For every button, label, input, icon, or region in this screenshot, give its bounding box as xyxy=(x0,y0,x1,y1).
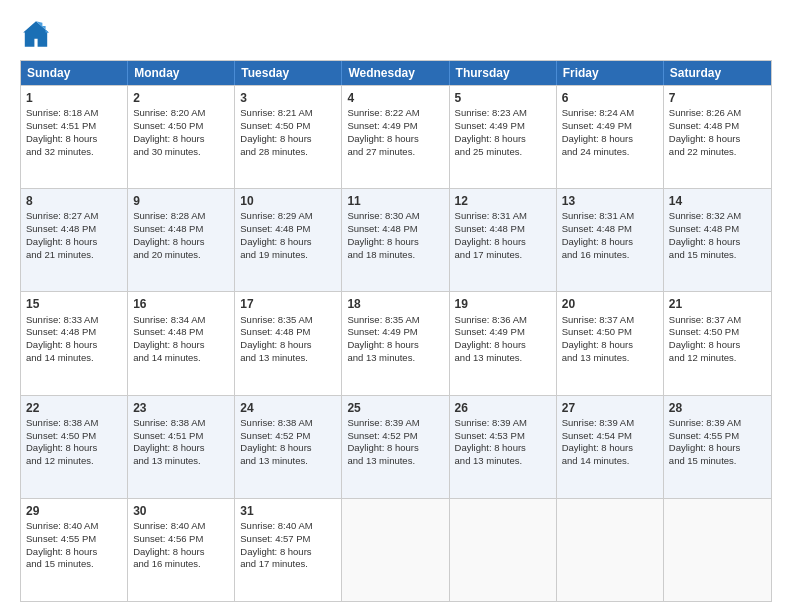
day-info-line: and 15 minutes. xyxy=(26,558,122,571)
day-cell-6: 6Sunrise: 8:24 AMSunset: 4:49 PMDaylight… xyxy=(557,86,664,188)
day-cell-30: 30Sunrise: 8:40 AMSunset: 4:56 PMDayligh… xyxy=(128,499,235,601)
day-info-line: Sunrise: 8:38 AM xyxy=(240,417,336,430)
day-info-line: Daylight: 8 hours xyxy=(562,339,658,352)
day-info-line: Sunset: 4:49 PM xyxy=(347,326,443,339)
day-info-line: Daylight: 8 hours xyxy=(347,236,443,249)
header-cell-sunday: Sunday xyxy=(21,61,128,85)
calendar-row: 22Sunrise: 8:38 AMSunset: 4:50 PMDayligh… xyxy=(21,395,771,498)
day-info-line: and 27 minutes. xyxy=(347,146,443,159)
day-info-line: Sunset: 4:50 PM xyxy=(133,120,229,133)
day-info-line: and 12 minutes. xyxy=(26,455,122,468)
day-info-line: Sunset: 4:49 PM xyxy=(455,326,551,339)
svg-marker-0 xyxy=(23,21,49,47)
day-info-line: Sunrise: 8:24 AM xyxy=(562,107,658,120)
day-number: 14 xyxy=(669,193,766,209)
day-info-line: Sunset: 4:55 PM xyxy=(669,430,766,443)
day-info-line: Sunrise: 8:39 AM xyxy=(669,417,766,430)
header-cell-tuesday: Tuesday xyxy=(235,61,342,85)
day-info-line: Daylight: 8 hours xyxy=(240,442,336,455)
day-info-line: and 16 minutes. xyxy=(562,249,658,262)
day-info-line: Sunset: 4:56 PM xyxy=(133,533,229,546)
day-info-line: Sunrise: 8:23 AM xyxy=(455,107,551,120)
day-info-line: and 19 minutes. xyxy=(240,249,336,262)
day-info-line: Sunrise: 8:38 AM xyxy=(26,417,122,430)
day-number: 30 xyxy=(133,503,229,519)
day-info-line: Sunrise: 8:22 AM xyxy=(347,107,443,120)
day-number: 21 xyxy=(669,296,766,312)
header-cell-wednesday: Wednesday xyxy=(342,61,449,85)
day-cell-24: 24Sunrise: 8:38 AMSunset: 4:52 PMDayligh… xyxy=(235,396,342,498)
day-cell-29: 29Sunrise: 8:40 AMSunset: 4:55 PMDayligh… xyxy=(21,499,128,601)
day-info-line: and 14 minutes. xyxy=(133,352,229,365)
day-info-line: and 13 minutes. xyxy=(240,455,336,468)
day-number: 17 xyxy=(240,296,336,312)
day-info-line: Sunrise: 8:34 AM xyxy=(133,314,229,327)
day-info-line: Sunrise: 8:36 AM xyxy=(455,314,551,327)
day-info-line: Sunrise: 8:39 AM xyxy=(347,417,443,430)
day-cell-18: 18Sunrise: 8:35 AMSunset: 4:49 PMDayligh… xyxy=(342,292,449,394)
day-info-line: Sunset: 4:48 PM xyxy=(562,223,658,236)
day-info-line: and 13 minutes. xyxy=(455,455,551,468)
day-info-line: and 21 minutes. xyxy=(26,249,122,262)
day-info-line: Sunset: 4:54 PM xyxy=(562,430,658,443)
header xyxy=(20,18,772,50)
day-cell-15: 15Sunrise: 8:33 AMSunset: 4:48 PMDayligh… xyxy=(21,292,128,394)
day-info-line: Sunset: 4:50 PM xyxy=(26,430,122,443)
calendar-header: SundayMondayTuesdayWednesdayThursdayFrid… xyxy=(21,61,771,85)
day-info-line: Daylight: 8 hours xyxy=(26,339,122,352)
day-cell-13: 13Sunrise: 8:31 AMSunset: 4:48 PMDayligh… xyxy=(557,189,664,291)
day-info-line: Sunset: 4:48 PM xyxy=(347,223,443,236)
day-info-line: Daylight: 8 hours xyxy=(562,133,658,146)
day-cell-25: 25Sunrise: 8:39 AMSunset: 4:52 PMDayligh… xyxy=(342,396,449,498)
calendar-body: 1Sunrise: 8:18 AMSunset: 4:51 PMDaylight… xyxy=(21,85,771,601)
day-cell-7: 7Sunrise: 8:26 AMSunset: 4:48 PMDaylight… xyxy=(664,86,771,188)
day-info-line: Daylight: 8 hours xyxy=(133,236,229,249)
header-cell-saturday: Saturday xyxy=(664,61,771,85)
day-cell-23: 23Sunrise: 8:38 AMSunset: 4:51 PMDayligh… xyxy=(128,396,235,498)
day-info-line: Daylight: 8 hours xyxy=(240,236,336,249)
day-info-line: Sunrise: 8:18 AM xyxy=(26,107,122,120)
day-info-line: Daylight: 8 hours xyxy=(240,133,336,146)
day-info-line: Sunrise: 8:31 AM xyxy=(562,210,658,223)
day-number: 13 xyxy=(562,193,658,209)
day-info-line: Sunrise: 8:20 AM xyxy=(133,107,229,120)
day-number: 8 xyxy=(26,193,122,209)
page: SundayMondayTuesdayWednesdayThursdayFrid… xyxy=(0,0,792,612)
logo xyxy=(20,18,56,50)
day-number: 26 xyxy=(455,400,551,416)
day-info-line: Sunrise: 8:21 AM xyxy=(240,107,336,120)
day-info-line: and 30 minutes. xyxy=(133,146,229,159)
day-number: 20 xyxy=(562,296,658,312)
day-number: 28 xyxy=(669,400,766,416)
day-info-line: Sunset: 4:48 PM xyxy=(26,326,122,339)
day-cell-19: 19Sunrise: 8:36 AMSunset: 4:49 PMDayligh… xyxy=(450,292,557,394)
day-cell-16: 16Sunrise: 8:34 AMSunset: 4:48 PMDayligh… xyxy=(128,292,235,394)
day-info-line: Sunrise: 8:33 AM xyxy=(26,314,122,327)
day-info-line: and 14 minutes. xyxy=(26,352,122,365)
day-info-line: Sunset: 4:53 PM xyxy=(455,430,551,443)
day-number: 2 xyxy=(133,90,229,106)
day-info-line: Sunrise: 8:38 AM xyxy=(133,417,229,430)
day-number: 16 xyxy=(133,296,229,312)
day-number: 27 xyxy=(562,400,658,416)
day-info-line: Daylight: 8 hours xyxy=(669,442,766,455)
day-info-line: and 24 minutes. xyxy=(562,146,658,159)
day-number: 3 xyxy=(240,90,336,106)
day-info-line: and 15 minutes. xyxy=(669,249,766,262)
day-info-line: Daylight: 8 hours xyxy=(347,442,443,455)
day-cell-21: 21Sunrise: 8:37 AMSunset: 4:50 PMDayligh… xyxy=(664,292,771,394)
day-info-line: and 15 minutes. xyxy=(669,455,766,468)
day-info-line: Daylight: 8 hours xyxy=(455,442,551,455)
day-number: 10 xyxy=(240,193,336,209)
day-info-line: Daylight: 8 hours xyxy=(669,339,766,352)
day-number: 15 xyxy=(26,296,122,312)
day-number: 7 xyxy=(669,90,766,106)
day-info-line: Sunrise: 8:39 AM xyxy=(562,417,658,430)
day-info-line: Daylight: 8 hours xyxy=(133,546,229,559)
day-info-line: Daylight: 8 hours xyxy=(26,546,122,559)
day-info-line: Sunset: 4:50 PM xyxy=(562,326,658,339)
day-info-line: Daylight: 8 hours xyxy=(133,133,229,146)
day-info-line: and 17 minutes. xyxy=(240,558,336,571)
empty-cell xyxy=(557,499,664,601)
day-number: 1 xyxy=(26,90,122,106)
